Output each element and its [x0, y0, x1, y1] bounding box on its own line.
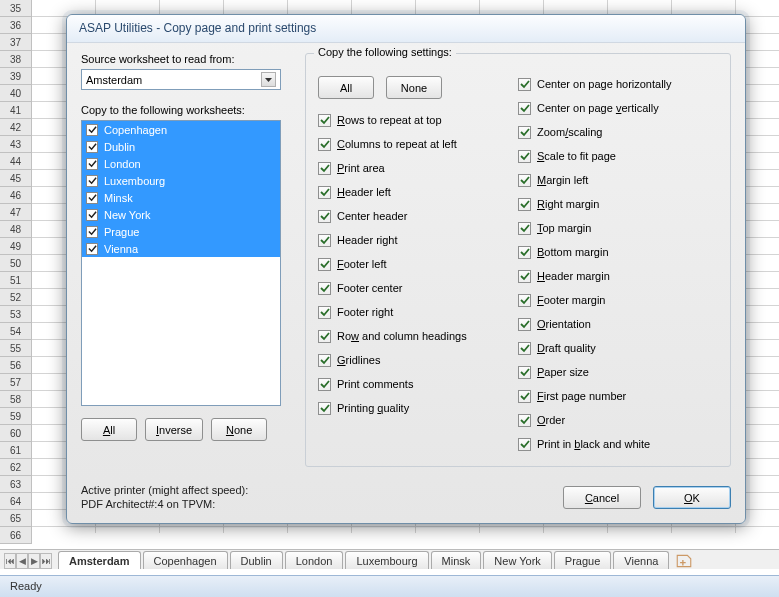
- checkbox[interactable]: [86, 209, 98, 221]
- tab-nav-next[interactable]: ▶: [28, 553, 40, 569]
- checkbox[interactable]: [318, 114, 331, 127]
- sheet-tab-vienna[interactable]: Vienna: [613, 551, 669, 569]
- row-header[interactable]: 58: [0, 391, 32, 408]
- checkbox[interactable]: [518, 174, 531, 187]
- row-header[interactable]: 61: [0, 442, 32, 459]
- sheet-tab-dublin[interactable]: Dublin: [230, 551, 283, 569]
- row-header[interactable]: 52: [0, 289, 32, 306]
- checkbox[interactable]: [318, 210, 331, 223]
- tab-nav-first[interactable]: ⏮: [4, 553, 16, 569]
- sheet-tab-london[interactable]: London: [285, 551, 344, 569]
- row-header[interactable]: 55: [0, 340, 32, 357]
- checkbox[interactable]: [318, 234, 331, 247]
- worksheet-item[interactable]: London: [82, 155, 280, 172]
- checkbox[interactable]: [318, 282, 331, 295]
- checkbox[interactable]: [318, 354, 331, 367]
- settings-none-button[interactable]: None: [386, 76, 442, 99]
- row-header[interactable]: 49: [0, 238, 32, 255]
- checkbox[interactable]: [318, 138, 331, 151]
- checkbox[interactable]: [318, 330, 331, 343]
- row-header[interactable]: 37: [0, 34, 32, 51]
- sheet-tab-minsk[interactable]: Minsk: [431, 551, 482, 569]
- checkbox[interactable]: [518, 102, 531, 115]
- checkbox[interactable]: [86, 141, 98, 153]
- row-header[interactable]: 60: [0, 425, 32, 442]
- row-header[interactable]: 62: [0, 459, 32, 476]
- sheet-tab-new-york[interactable]: New York: [483, 551, 551, 569]
- checkbox[interactable]: [518, 414, 531, 427]
- row-header[interactable]: 59: [0, 408, 32, 425]
- worksheet-item[interactable]: Dublin: [82, 138, 280, 155]
- settings-all-button[interactable]: All: [318, 76, 374, 99]
- checkbox[interactable]: [86, 192, 98, 204]
- ok-button[interactable]: OK: [653, 486, 731, 509]
- checkbox[interactable]: [86, 175, 98, 187]
- row-header[interactable]: 40: [0, 85, 32, 102]
- checkbox[interactable]: [518, 390, 531, 403]
- row-header[interactable]: 36: [0, 17, 32, 34]
- row-header[interactable]: 66: [0, 527, 32, 544]
- checkbox[interactable]: [318, 186, 331, 199]
- checkbox[interactable]: [518, 270, 531, 283]
- cancel-button[interactable]: Cancel: [563, 486, 641, 509]
- sheet-tab-copenhagen[interactable]: Copenhagen: [143, 551, 228, 569]
- checkbox[interactable]: [86, 158, 98, 170]
- row-header[interactable]: 51: [0, 272, 32, 289]
- sheet-tab-prague[interactable]: Prague: [554, 551, 611, 569]
- select-all-worksheets-button[interactable]: All: [81, 418, 137, 441]
- checkbox[interactable]: [518, 342, 531, 355]
- worksheet-item[interactable]: Luxembourg: [82, 172, 280, 189]
- insert-sheet-button[interactable]: [675, 553, 693, 569]
- checkbox[interactable]: [518, 150, 531, 163]
- checkbox[interactable]: [518, 126, 531, 139]
- row-header[interactable]: 35: [0, 0, 32, 17]
- checkbox[interactable]: [86, 243, 98, 255]
- row-header[interactable]: 39: [0, 68, 32, 85]
- checkbox[interactable]: [518, 78, 531, 91]
- row-header[interactable]: 48: [0, 221, 32, 238]
- checkbox[interactable]: [318, 258, 331, 271]
- sheet-tab-luxembourg[interactable]: Luxembourg: [345, 551, 428, 569]
- row-header[interactable]: 47: [0, 204, 32, 221]
- select-none-worksheets-button[interactable]: None: [211, 418, 267, 441]
- checkbox[interactable]: [318, 402, 331, 415]
- checkbox[interactable]: [86, 226, 98, 238]
- checkbox[interactable]: [518, 246, 531, 259]
- checkbox[interactable]: [518, 198, 531, 211]
- row-header[interactable]: 56: [0, 357, 32, 374]
- row-header[interactable]: 65: [0, 510, 32, 527]
- checkbox[interactable]: [518, 366, 531, 379]
- inverse-selection-button[interactable]: Inverse: [145, 418, 203, 441]
- checkbox[interactable]: [518, 294, 531, 307]
- row-header[interactable]: 57: [0, 374, 32, 391]
- checkbox[interactable]: [518, 438, 531, 451]
- row-header[interactable]: 50: [0, 255, 32, 272]
- worksheet-item[interactable]: New York: [82, 206, 280, 223]
- source-worksheet-dropdown[interactable]: Amsterdam: [81, 69, 281, 90]
- checkbox[interactable]: [318, 378, 331, 391]
- sheet-tab-amsterdam[interactable]: Amsterdam: [58, 551, 141, 569]
- checkbox[interactable]: [518, 222, 531, 235]
- row-header[interactable]: 46: [0, 187, 32, 204]
- worksheet-item[interactable]: Minsk: [82, 189, 280, 206]
- row-header[interactable]: 44: [0, 153, 32, 170]
- target-worksheets-list[interactable]: CopenhagenDublinLondonLuxembourgMinskNew…: [81, 120, 281, 406]
- checkbox[interactable]: [86, 124, 98, 136]
- worksheet-item[interactable]: Prague: [82, 223, 280, 240]
- row-header[interactable]: 54: [0, 323, 32, 340]
- worksheet-item[interactable]: Copenhagen: [82, 121, 280, 138]
- row-header[interactable]: 53: [0, 306, 32, 323]
- row-header[interactable]: 43: [0, 136, 32, 153]
- row-header[interactable]: 42: [0, 119, 32, 136]
- tab-nav-prev[interactable]: ◀: [16, 553, 28, 569]
- row-header[interactable]: 63: [0, 476, 32, 493]
- row-header[interactable]: 64: [0, 493, 32, 510]
- tab-nav-last[interactable]: ⏭: [40, 553, 52, 569]
- row-header[interactable]: 45: [0, 170, 32, 187]
- worksheet-item[interactable]: Vienna: [82, 240, 280, 257]
- row-header[interactable]: 41: [0, 102, 32, 119]
- row-header[interactable]: 38: [0, 51, 32, 68]
- checkbox[interactable]: [518, 318, 531, 331]
- checkbox[interactable]: [318, 306, 331, 319]
- checkbox[interactable]: [318, 162, 331, 175]
